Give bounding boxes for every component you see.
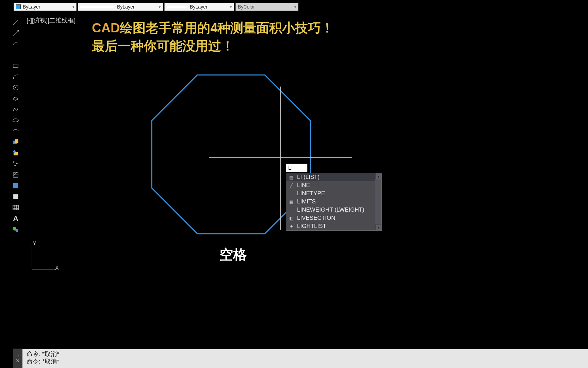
plotstyle-label: ByColor	[238, 4, 255, 10]
arc-icon[interactable]	[11, 72, 20, 81]
add-selected-icon[interactable]	[11, 225, 20, 234]
svg-rect-3	[13, 64, 18, 67]
svg-rect-21	[13, 205, 19, 210]
lineweight-preview-icon	[167, 7, 187, 7]
color-swatch-icon	[16, 4, 21, 9]
svg-point-13	[15, 165, 16, 166]
title-prefix: CAD	[92, 21, 120, 35]
ellipse-arc-icon[interactable]	[11, 126, 20, 136]
layer-color-label: ByLayer	[23, 4, 40, 10]
title-line1: 绘图老手常用的4种测量面积小技巧！	[120, 21, 334, 35]
table-icon[interactable]	[11, 203, 20, 212]
chevron-down-icon: ▾	[294, 5, 296, 9]
draw-toolbar: A	[11, 15, 23, 234]
revision-cloud-icon[interactable]	[11, 94, 20, 103]
chevron-down-icon: ▾	[230, 5, 232, 9]
linetype-label: ByLayer	[117, 4, 134, 10]
autocomplete-item-lightlist[interactable]: ✦ LIGHTLIST	[286, 222, 381, 230]
blank-icon	[288, 207, 294, 213]
ac-label: LIVESECTION	[297, 215, 335, 221]
ac-label: LIGHTLIST	[297, 223, 326, 230]
svg-point-6	[13, 119, 19, 122]
window-left-border	[0, 0, 10, 368]
crosshair-pickbox	[278, 155, 283, 160]
svg-line-0	[13, 20, 18, 25]
spline-icon[interactable]	[11, 105, 20, 114]
linetype-select[interactable]: ByLayer ▾	[78, 3, 163, 11]
svg-marker-2	[13, 52, 18, 58]
ac-label: LIMITS	[297, 198, 316, 205]
command-autocomplete[interactable]: ▤ LI (LIST) ╱ LINE LINETYPE ▦ LIMITS LIN…	[286, 173, 382, 231]
rectangle-icon[interactable]	[11, 61, 20, 71]
autocomplete-item-li[interactable]: ▤ LI (LIST)	[286, 173, 381, 181]
polyline-icon[interactable]	[11, 39, 20, 49]
overlay-title: CAD绘图老手常用的4种测量面积小技巧！ 最后一种你可能没用过！	[92, 19, 334, 55]
plotstyle-select[interactable]: ByColor ▾	[235, 3, 298, 11]
dynamic-input[interactable]	[286, 164, 308, 172]
polygon-icon[interactable]	[11, 50, 20, 60]
autocomplete-item-livesection[interactable]: ◧ LIVESECTION	[286, 214, 381, 222]
circle-icon[interactable]	[11, 83, 20, 92]
scroll-up-icon[interactable]: ▴	[375, 173, 381, 179]
autocomplete-scrollbar[interactable]: ▴ ▾	[375, 173, 381, 230]
autocomplete-item-line[interactable]: ╱ LINE	[286, 181, 381, 189]
svg-line-1	[13, 30, 19, 36]
svg-rect-20	[13, 194, 18, 199]
grip-icon: ∷	[17, 353, 19, 357]
region-icon[interactable]	[11, 192, 20, 201]
point-icon[interactable]	[11, 159, 20, 169]
chevron-down-icon: ▾	[72, 5, 74, 9]
viewport-label[interactable]: [-][俯视][二维线框]	[27, 16, 76, 25]
ucs-y-label: Y	[33, 241, 36, 247]
ucs-icon[interactable]: Y X	[29, 241, 63, 277]
ucs-x-label: X	[55, 265, 59, 271]
chevron-down-icon: ▾	[159, 5, 161, 9]
ac-label: LI (LIST)	[297, 174, 320, 181]
scroll-down-icon[interactable]: ▾	[375, 224, 381, 230]
linetype-preview-icon	[80, 7, 114, 7]
autocomplete-item-lineweight[interactable]: LINEWEIGHT (LWEIGHT)	[286, 206, 381, 214]
light-icon: ✦	[288, 223, 294, 229]
svg-rect-19	[13, 183, 18, 188]
svg-point-12	[16, 163, 17, 164]
lineweight-select[interactable]: ByLayer ▾	[164, 3, 234, 11]
construction-line-icon[interactable]	[11, 28, 20, 38]
cmd-line-1: 命令: *取消*	[27, 351, 588, 358]
insert-block-icon[interactable]	[11, 137, 20, 147]
title-line2: 最后一种你可能没用过！	[92, 37, 334, 55]
ac-label: LINE	[297, 182, 310, 189]
svg-rect-9	[14, 152, 18, 155]
close-icon[interactable]: ✕	[16, 358, 20, 364]
autocomplete-item-linetype[interactable]: LINETYPE	[286, 189, 381, 198]
command-history: 命令: *取消* 命令: *取消*	[13, 349, 588, 365]
lineweight-label: ByLayer	[190, 4, 207, 10]
line-icon: ╱	[288, 182, 294, 188]
autocomplete-item-limits[interactable]: ▦ LIMITS	[286, 198, 381, 206]
hatch-icon[interactable]	[11, 170, 20, 180]
layer-color-select[interactable]: ByLayer ▾	[14, 3, 77, 11]
ellipse-icon[interactable]	[11, 116, 20, 125]
cmd-line-2: 命令: *取消*	[27, 358, 588, 366]
section-icon: ◧	[288, 215, 294, 221]
svg-point-10	[14, 151, 16, 153]
ac-label: LINETYPE	[297, 190, 325, 197]
svg-point-27	[16, 229, 18, 232]
line-icon[interactable]	[11, 17, 20, 27]
list-icon: ▤	[288, 174, 294, 180]
svg-point-5	[15, 87, 16, 88]
video-subtitle: 空格	[219, 245, 247, 264]
svg-rect-8	[15, 140, 18, 143]
blank-icon	[288, 190, 294, 197]
text-icon[interactable]: A	[11, 214, 20, 223]
command-line-panel[interactable]: ∷ ✕ 命令: *取消* 命令: *取消*	[13, 349, 588, 368]
svg-point-11	[13, 162, 14, 163]
command-line-handle[interactable]: ∷ ✕	[13, 349, 22, 368]
property-bar: ByLayer ▾ ByLayer ▾ ByLayer ▾ ByColor ▾	[14, 3, 298, 11]
svg-point-26	[13, 227, 16, 230]
make-block-icon[interactable]	[11, 148, 20, 158]
ac-label: LINEWEIGHT (LWEIGHT)	[297, 206, 364, 213]
gradient-icon[interactable]	[11, 181, 20, 190]
window-right-border	[474, 0, 588, 368]
grid-icon: ▦	[288, 199, 294, 205]
